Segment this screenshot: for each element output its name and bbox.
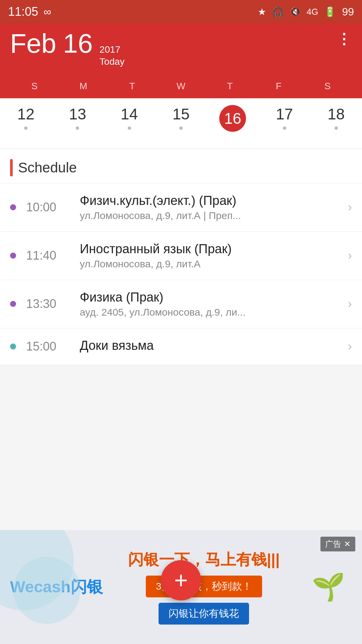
item-dot-4 [10,343,16,350]
cal-day-14[interactable]: 14 [104,105,155,139]
signal-icon: 4G [307,7,318,17]
item-time-3: 13:30 [26,297,70,311]
item-content-4: Доки вязьма [80,338,345,355]
bluetooth-icon: ★ [258,6,266,17]
weekday-tue: T [108,77,157,95]
day-dot-17 [283,126,286,130]
today-label: Today [100,56,125,68]
headphone-icon: 🎧 [272,6,284,17]
mute-icon: 🔇 [290,7,301,17]
item-time-2: 11:40 [26,249,70,263]
chevron-icon-4: › [348,339,352,354]
cal-day-15[interactable]: 15 [155,105,207,139]
item-title-3: Физика (Прак) [80,290,345,305]
day-number-12: 12 [17,105,35,123]
date-display: Feb 16 2017 Today [10,30,125,71]
weekdays-header: S M T W T F S [10,77,352,98]
month-label: Feb [10,30,56,57]
schedule-item-3[interactable]: 13:30 Физика (Прак) ауд. 2405, ул.Ломоно… [0,280,362,328]
chevron-icon-3: › [348,297,352,311]
chevron-icon-1: › [348,200,352,214]
schedule-item-2[interactable]: 11:40 Иностранный язык (Прак) ул.Ломонос… [0,232,362,280]
year-label: 2017 [100,44,125,56]
ad-plant-icon: 🌱 [312,571,345,603]
chevron-icon-2: › [348,249,352,263]
battery-level: 99 [342,6,354,18]
day-dot-14 [128,126,131,130]
weekday-sun: S [10,77,59,95]
weekday-wed: W [157,77,205,95]
day-dot-15 [179,126,183,130]
weekday-mon: M [59,77,108,95]
item-dot-3 [10,301,16,307]
day-number-16: 16 [219,105,246,132]
schedule-bar-accent [10,159,13,176]
item-subtitle-3: ауд. 2405, ул.Ломоносова, д.9, ли... [80,307,345,318]
time-display: 11:05 [8,5,38,19]
more-options-button[interactable]: ⋮ [337,30,352,47]
schedule-item-1[interactable]: 10:00 Физич.культ.(элект.) (Прак) ул.Лом… [0,183,362,232]
day-number-18: 18 [327,105,345,123]
item-content-2: Иностранный язык (Прак) ул.Ломоносова, д… [80,242,345,270]
app-header: Feb 16 2017 Today ⋮ S M T W T F S [0,23,362,98]
ad-close-label: 广告 [325,539,341,549]
item-time-4: 15:00 [26,339,70,354]
cal-day-13[interactable]: 13 [52,105,103,139]
cal-day-17[interactable]: 17 [258,105,310,139]
ad-close-button[interactable]: 广告 ✕ [320,537,355,551]
schedule-header: Schedule [0,149,362,183]
day-dot-16 [231,135,234,139]
day-dot-18 [335,126,338,130]
day-number-13: 13 [69,105,86,123]
item-time-1: 10:00 [26,200,70,214]
ad-content-section: 闪银一下，马上有钱||| 3分钟审核，秒到款！ 闪银让你有钱花 [113,543,295,631]
day-dot-12 [24,126,27,130]
item-title-4: Доки вязьма [80,338,345,353]
cal-day-18[interactable]: 18 [310,105,362,139]
schedule-title: Schedule [18,160,77,176]
fab-plus-icon: + [174,569,188,592]
cal-day-16[interactable]: 16 [207,105,258,139]
item-title-2: Иностранный язык (Прак) [80,242,345,256]
add-event-fab[interactable]: + [161,560,201,600]
schedule-section: Schedule 10:00 Физич.культ.(элект.) (Пра… [0,149,362,365]
item-dot-1 [10,204,16,210]
cal-day-12[interactable]: 12 [0,105,52,139]
ad-bg-circle-2 [13,557,80,624]
item-subtitle-2: ул.Ломоносова, д.9, лит.А [80,258,345,270]
item-dot-2 [10,253,16,259]
infinite-icon: ∞ [44,6,51,18]
item-content-3: Физика (Прак) ауд. 2405, ул.Ломоносова, … [80,290,345,318]
weekday-fri: F [254,77,303,95]
calendar-week-row: 12 13 14 15 16 17 18 [0,98,362,149]
day-dot-13 [76,126,79,130]
item-title-1: Физич.культ.(элект.) (Прак) [80,194,345,208]
day-number-17: 17 [276,105,293,123]
status-right: ★ 🎧 🔇 4G 🔋 99 [258,6,354,18]
status-bar: 11:05 ∞ ★ 🎧 🔇 4G 🔋 99 [0,0,362,23]
close-icon[interactable]: ✕ [344,539,351,549]
weekday-sat: S [303,77,352,95]
ad-headline: 闪银一下，马上有钱||| [128,549,280,570]
day-number-15: 15 [172,105,189,123]
day-number-14: 14 [121,105,138,123]
schedule-item-4[interactable]: 15:00 Доки вязьма › [0,328,362,365]
item-subtitle-1: ул.Ломоносова, д.9, лит.А | Преп... [80,210,345,221]
status-left: 11:05 ∞ [8,5,51,19]
day-label: 16 [63,30,93,57]
ad-btn2[interactable]: 闪银让你有钱花 [159,603,249,625]
item-content-1: Физич.культ.(элект.) (Прак) ул.Ломоносов… [80,194,345,221]
battery-icon: 🔋 [324,6,336,17]
weekday-thu: T [205,77,254,95]
